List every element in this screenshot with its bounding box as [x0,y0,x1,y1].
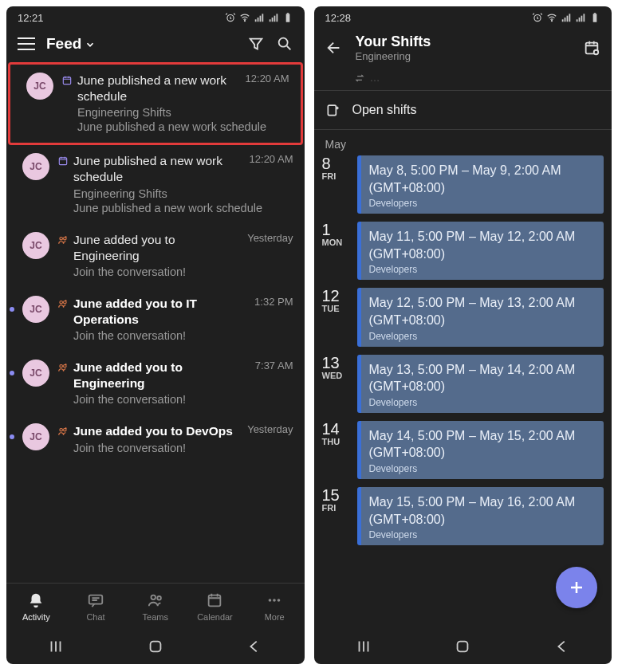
avatar: JC [22,232,49,259]
recent-apps-key[interactable] [47,638,65,655]
feed-item-description: Join the conversation! [73,442,293,454]
feed-item-content: June published a new work schedule12:20 … [57,153,293,214]
feed-item-title: June added you to DevOps [73,423,238,439]
feed-item[interactable]: JCJune added you to Engineering7:37 AMJo… [6,352,305,415]
svg-point-15 [60,237,63,240]
feed-item-title: June added you to Engineering [73,360,246,391]
open-shifts-label: Open shifts [352,103,417,117]
home-key[interactable] [454,638,471,655]
shift-row[interactable]: 12TUEMay 12, 5:00 PM – May 13, 2:00 AM (… [322,288,604,346]
back-button[interactable] [325,39,343,57]
shifts-list[interactable]: 8FRIMay 8, 5:00 PM – May 9, 2:00 AM (GMT… [314,155,612,629]
shift-row[interactable]: 8FRIMay 8, 5:00 PM – May 9, 2:00 AM (GMT… [322,155,604,214]
shift-row[interactable]: 15FRIMay 15, 5:00 PM – May 16, 2:00 AM (… [322,487,604,545]
android-nav-bar [6,629,305,664]
feed-item[interactable]: JCJune added you to DevOpsYesterdayJoin … [6,415,305,464]
status-icons [225,12,293,23]
svg-rect-10 [285,14,289,22]
unread-dot [10,434,14,439]
avatar: JC [26,73,53,100]
battery-icon [282,12,293,23]
shifts-header: Your Shifts Engineering [314,29,612,69]
feed-item-subtitle: Engineering Shifts [77,106,289,119]
feed-list[interactable]: JCJune published a new work schedule12:2… [6,62,305,583]
shifts-title-block: Your Shifts Engineering [356,33,571,62]
menu-button[interactable] [18,37,35,50]
feed-title-dropdown[interactable]: Feed [46,35,236,53]
nav-activity[interactable]: Activity [6,584,66,629]
shift-date: 1MON [322,222,351,280]
battery-icon [589,12,600,23]
svg-rect-26 [209,595,221,606]
shift-card[interactable]: May 12, 5:00 PM – May 13, 2:00 AM (GMT+0… [357,288,604,346]
status-time: 12:28 [325,12,352,24]
nav-label: Activity [22,612,50,622]
svg-rect-33 [562,19,564,22]
shift-date: 8FRI [322,155,351,214]
filter-icon[interactable] [247,35,265,53]
svg-rect-7 [271,18,273,22]
feed-item-title: June published a new work schedule [73,153,240,185]
nav-more[interactable]: More [245,584,305,629]
shift-row[interactable]: 14THUMay 14, 5:00 PM – May 15, 2:00 AM (… [322,421,604,479]
svg-rect-46 [458,642,468,652]
shift-group: Developers [369,397,596,408]
shift-card[interactable]: May 11, 5:00 PM – May 12, 2:00 AM (GMT+0… [357,222,604,280]
status-bar: 12:28 [314,6,612,29]
nav-calendar[interactable]: Calendar [185,584,245,629]
shift-card[interactable]: May 14, 5:00 PM – May 15, 2:00 AM (GMT+0… [357,421,604,479]
shifts-subtitle: Engineering [356,50,571,62]
shift-day-name: TUE [322,304,351,313]
feed-item-content: June added you to DevOpsYesterdayJoin th… [57,423,293,454]
shift-group: Developers [369,463,596,474]
feed-item-description: June published a new work schedule [73,202,293,214]
feed-item-content: June added you to IT Operations1:32 PMJo… [57,296,293,342]
feed-item-time: 7:37 AM [255,360,293,371]
fab-add-button[interactable] [556,567,597,608]
svg-rect-6 [269,19,270,22]
shift-day-name: FRI [322,171,351,181]
calendar-action-icon[interactable] [583,39,600,57]
feed-item[interactable]: JCJune added you to IT Operations1:32 PM… [6,288,305,352]
svg-rect-39 [581,16,583,22]
shift-day-num: 15 [322,487,351,503]
recent-apps-key[interactable] [355,638,372,655]
shift-card[interactable]: May 8, 5:00 PM – May 9, 2:00 AM (GMT+08:… [357,155,604,214]
shift-day-num: 8 [322,155,351,171]
shift-card[interactable]: May 13, 5:00 PM – May 14, 2:00 AM (GMT+0… [357,355,604,413]
shift-card[interactable]: May 15, 5:00 PM – May 16, 2:00 AM (GMT+0… [357,487,604,545]
requests-label: … [370,72,380,84]
feed-item-title: June published a new work schedule [77,73,236,104]
svg-point-32 [551,21,552,22]
nav-chat[interactable]: Chat [66,584,126,629]
svg-rect-45 [328,105,336,116]
requests-row-cut[interactable]: … [314,69,612,90]
svg-point-24 [151,595,155,599]
shift-row[interactable]: 1MONMay 11, 5:00 PM – May 12, 2:00 AM (G… [322,222,604,280]
phone-activity-screen: 12:21 Feed JCJune published a new work s… [6,6,305,664]
svg-rect-35 [567,16,569,22]
svg-rect-36 [569,14,571,22]
shift-time: May 12, 5:00 PM – May 13, 2:00 AM (GMT+0… [369,294,596,328]
feed-item[interactable]: JCJune published a new work schedule12:2… [6,145,305,223]
feed-item[interactable]: JCJune added you to EngineeringYesterday… [6,224,305,288]
home-key[interactable] [147,638,164,655]
svg-rect-4 [259,16,261,22]
svg-rect-38 [579,18,581,22]
open-shifts-row[interactable]: Open shifts [314,91,612,129]
svg-rect-11 [286,13,288,14]
back-key[interactable] [553,638,571,655]
feed-item-time: Yesterday [247,423,293,435]
back-key[interactable] [246,638,263,655]
wifi-icon [239,12,250,23]
bottom-nav: ActivityChatTeamsCalendarMore [6,583,305,629]
shift-row[interactable]: 13WEDMay 13, 5:00 PM – May 14, 2:00 AM (… [322,355,604,413]
status-bar: 12:21 [6,6,305,29]
feed-title-label: Feed [46,35,81,53]
alarm-icon [532,12,543,23]
search-icon[interactable] [276,35,293,53]
avatar: JC [22,153,49,180]
feed-item[interactable]: JCJune published a new work schedule12:2… [8,62,303,145]
nav-teams[interactable]: Teams [125,584,185,629]
shift-day-num: 12 [322,288,351,304]
